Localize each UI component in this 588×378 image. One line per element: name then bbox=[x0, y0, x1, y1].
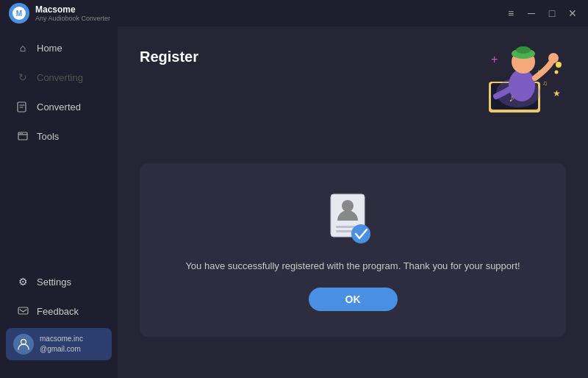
menu-button[interactable]: ≡ bbox=[504, 7, 517, 20]
tools-icon bbox=[16, 129, 29, 143]
sidebar-bottom: ⚙ Settings Feedback bbox=[0, 268, 118, 371]
sidebar-item-feedback[interactable]: Feedback bbox=[4, 297, 113, 325]
app-title-block: Macsome Any Audiobook Converter bbox=[35, 4, 110, 22]
sidebar-item-tools-label: Tools bbox=[37, 131, 59, 142]
svg-point-24 bbox=[342, 200, 354, 212]
register-header: Register ♪ bbox=[118, 26, 588, 129]
feedback-icon bbox=[16, 304, 29, 318]
maximize-button[interactable]: □ bbox=[545, 7, 559, 20]
page-title: Register bbox=[140, 49, 198, 65]
minimize-button[interactable]: ─ bbox=[525, 7, 538, 20]
success-message: You have successfully registered with th… bbox=[185, 259, 520, 274]
svg-point-20 bbox=[556, 62, 562, 68]
dialog-overlay: You have successfully registered with th… bbox=[118, 129, 588, 378]
svg-rect-26 bbox=[336, 230, 354, 232]
user-badge[interactable]: macsome.inc @gmail.com bbox=[6, 328, 112, 360]
app-logo-inner: M bbox=[12, 7, 26, 20]
close-button[interactable]: ✕ bbox=[566, 7, 579, 20]
app-branding: M Macsome Any Audiobook Converter bbox=[9, 3, 110, 24]
svg-point-27 bbox=[351, 224, 370, 243]
svg-point-13 bbox=[516, 46, 531, 54]
home-icon: ⌂ bbox=[16, 41, 29, 54]
sidebar-item-home-label: Home bbox=[37, 43, 62, 54]
titlebar-controls: ≡ ─ □ ✕ bbox=[504, 7, 579, 20]
svg-text:♫: ♫ bbox=[542, 79, 548, 87]
sidebar-item-converting[interactable]: ↻ Converting bbox=[4, 63, 113, 91]
sidebar: ⌂ Home ↻ Converting Converted bbox=[0, 26, 118, 378]
svg-point-21 bbox=[555, 71, 559, 74]
settings-icon: ⚙ bbox=[16, 275, 29, 288]
sidebar-item-home[interactable]: ⌂ Home bbox=[4, 34, 113, 62]
sidebar-item-settings[interactable]: ⚙ Settings bbox=[4, 268, 113, 296]
svg-rect-5 bbox=[18, 307, 28, 314]
content-area: Register ♪ bbox=[118, 26, 588, 378]
svg-point-19 bbox=[496, 78, 540, 107]
success-dialog: You have successfully registered with th… bbox=[140, 163, 566, 338]
user-email-line1: macsome.inc bbox=[40, 334, 83, 344]
svg-point-14 bbox=[548, 53, 559, 63]
sidebar-item-settings-label: Settings bbox=[37, 277, 71, 288]
app-logo: M bbox=[9, 3, 29, 24]
illustration: ♪ ♪ ♫ bbox=[448, 41, 566, 122]
user-avatar bbox=[13, 334, 34, 354]
svg-text:♪: ♪ bbox=[537, 67, 541, 76]
sidebar-item-converted-label: Converted bbox=[37, 101, 81, 113]
converted-icon bbox=[16, 100, 29, 113]
success-icon-container bbox=[327, 193, 379, 244]
svg-point-3 bbox=[20, 133, 21, 135]
ok-button[interactable]: OK bbox=[309, 288, 398, 311]
svg-text:★: ★ bbox=[553, 88, 561, 99]
app-name: Macsome bbox=[35, 4, 110, 15]
converting-icon: ↻ bbox=[16, 71, 29, 84]
user-email-block: macsome.inc @gmail.com bbox=[40, 334, 83, 354]
app-subtitle: Any Audiobook Converter bbox=[35, 15, 110, 22]
titlebar: M Macsome Any Audiobook Converter ≡ ─ □ … bbox=[0, 0, 588, 26]
illustration-svg: ♪ ♪ ♫ bbox=[448, 41, 570, 126]
sidebar-item-tools[interactable]: Tools bbox=[4, 122, 113, 150]
svg-point-4 bbox=[21, 133, 23, 135]
user-email-line2: @gmail.com bbox=[40, 344, 83, 354]
svg-text:+: + bbox=[491, 53, 498, 65]
sidebar-item-converted[interactable]: Converted bbox=[4, 93, 113, 121]
sidebar-item-converting-label: Converting bbox=[37, 72, 83, 83]
main-layout: ⌂ Home ↻ Converting Converted bbox=[0, 26, 588, 378]
sidebar-item-feedback-label: Feedback bbox=[37, 306, 79, 317]
document-icon bbox=[327, 193, 375, 248]
